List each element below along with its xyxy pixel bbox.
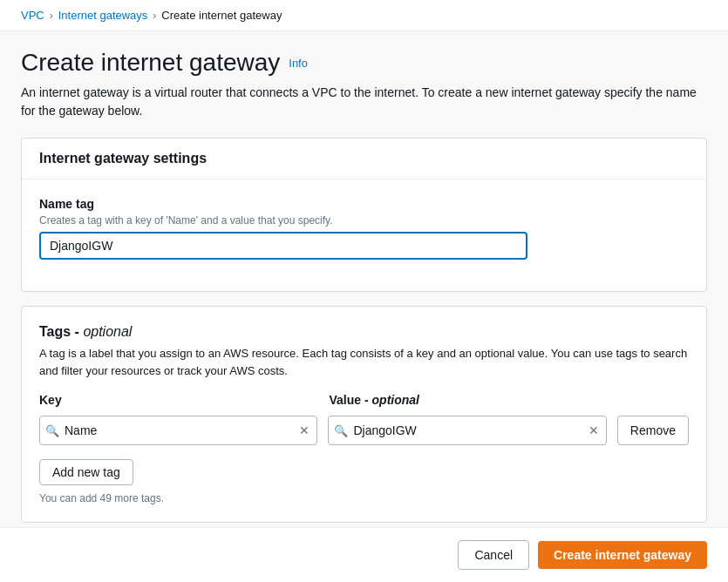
value-optional-text: optional [372,393,419,407]
page-header: Create internet gateway Info [21,49,707,77]
breadcrumb-current: Create internet gateway [161,9,282,22]
page-title: Create internet gateway [21,49,280,77]
tags-body: Tags - optional A tag is a label that yo… [22,307,706,522]
name-tag-label: Name tag [39,197,689,211]
tags-description: A tag is a label that you assign to an A… [39,345,689,379]
breadcrumb-sep-1: › [50,10,53,22]
gateway-settings-card: Internet gateway settings Name tag Creat… [21,138,707,292]
breadcrumb: VPC › Internet gateways › Create interne… [0,0,728,31]
page-content: Create internet gateway Info An internet… [0,31,728,554]
value-input-wrapper: 🔍 ✕ [328,416,606,445]
key-search-icon: 🔍 [45,424,59,437]
gateway-settings-title: Internet gateway settings [39,151,207,166]
info-link[interactable]: Info [289,57,308,70]
tags-title-italic: optional [83,324,132,339]
tags-title-text: Tags - optional [39,324,132,339]
key-input[interactable] [65,423,297,437]
value-search-icon: 🔍 [334,424,348,437]
gateway-settings-body: Name tag Creates a tag with a key of 'Na… [22,179,706,291]
cancel-button[interactable]: Cancel [458,540,529,570]
value-input[interactable] [353,423,586,437]
add-new-tag-button[interactable]: Add new tag [39,459,133,485]
tags-title: Tags - optional [39,324,689,340]
name-tag-group: Name tag Creates a tag with a key of 'Na… [39,197,689,260]
page-description: An internet gateway is a virtual router … [21,84,707,120]
name-tag-hint: Creates a tag with a key of 'Name' and a… [39,214,689,227]
key-input-wrapper: 🔍 ✕ [39,416,317,445]
page-footer: Cancel Create internet gateway [0,527,728,582]
tags-card: Tags - optional A tag is a label that yo… [21,306,707,523]
remove-tag-button[interactable]: Remove [617,416,689,445]
tags-title-main: Tags - [39,324,83,339]
value-clear-icon[interactable]: ✕ [587,422,601,439]
breadcrumb-vpc[interactable]: VPC [21,9,44,22]
breadcrumb-sep-2: › [153,10,156,22]
breadcrumb-internet-gateways[interactable]: Internet gateways [58,9,148,22]
value-col-header: Value - optional [330,393,609,407]
name-tag-input[interactable] [39,232,527,260]
tag-row: 🔍 ✕ 🔍 ✕ Remove [39,416,689,445]
create-internet-gateway-button[interactable]: Create internet gateway [538,541,707,569]
tags-limit-text: You can add 49 more tags. [39,492,689,504]
tags-table-header: Key Value - optional [39,393,689,410]
key-col-header: Key [39,393,319,407]
gateway-settings-header: Internet gateway settings [22,139,706,179]
key-clear-icon[interactable]: ✕ [297,422,311,439]
